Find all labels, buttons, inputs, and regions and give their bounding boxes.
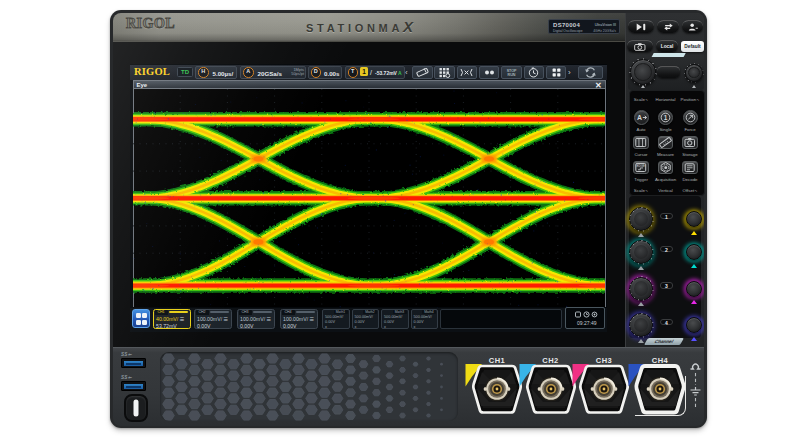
svg-text:EDGE: EDGE bbox=[637, 164, 646, 168]
svg-text:RUN: RUN bbox=[508, 73, 516, 77]
svg-text:1: 1 bbox=[664, 113, 668, 120]
svg-text:STOP: STOP bbox=[507, 68, 517, 72]
svg-text:A: A bbox=[637, 114, 642, 121]
